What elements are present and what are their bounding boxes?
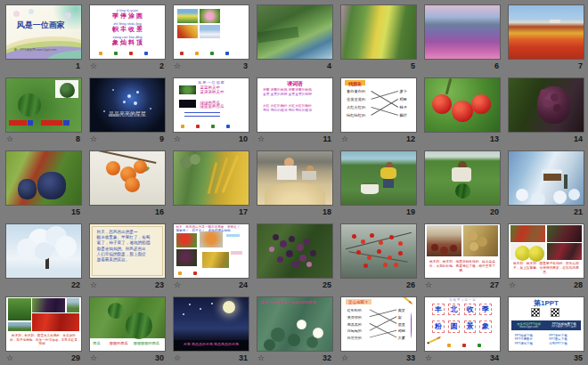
txt-part: 丰 收 季 节 写 一 写 <box>429 298 495 303</box>
slide-thumbnail-29-vegetable-rhyme[interactable]: 秋天到，秋天到，园里菜儿长得好。冬瓜披白纱，茄子穿紫袍。白菜一片绿油油，又青又红… <box>5 296 82 352</box>
slide-thumbnail-12-matching-words[interactable]: 找朋友青白青白的金黄金黄的火红火红的桔红桔红的萝卜稻田柿子枫叶 <box>340 77 417 133</box>
slide-thumbnail-1-title-slide[interactable]: 风是一位画家第一PPT模板网 www.1ppt.com <box>5 4 82 60</box>
highlight-word <box>231 251 242 255</box>
farmer-shirt <box>380 167 396 179</box>
animation-star-icon[interactable]: ☆ <box>341 354 348 362</box>
dot-part <box>553 191 567 204</box>
dot-part <box>134 101 137 105</box>
watermelon-shape <box>455 183 470 199</box>
dot-part <box>310 250 316 256</box>
slide-thumbnail-21-snow-cabin-photo[interactable] <box>508 150 584 206</box>
rhyme-text: 秋天到，秋天到，地里庄稼长得好。棉花朵朵白，大豆粒粒饱。高粱涨红了脸，稻子笑弯了… <box>428 260 498 273</box>
slide-thumbnail-4-lake-hills-photo[interactable] <box>257 4 333 60</box>
dot-part <box>288 334 300 346</box>
slide-thumbnail-7-tulip-field-photo[interactable] <box>508 4 584 60</box>
slide-thumbnail-9-starry-sky[interactable]: 晶晶亮亮的星星 <box>89 77 166 133</box>
animation-star-icon[interactable]: ☆ <box>90 62 97 70</box>
animation-star-icon[interactable]: ☆ <box>174 62 181 70</box>
slide-thumbnail-27-field-rhyme[interactable]: 秋天到，秋天到，地里庄稼长得好。棉花朵朵白，大豆粒粒饱。高粱涨红了脸，稻子笑弯了… <box>424 223 501 279</box>
decor-mark-icon <box>462 344 466 347</box>
slide-thumbnail-25-dark-berries-photo[interactable] <box>257 223 333 279</box>
slide-thumbnail-24-harvest-summary[interactable]: 秋天，西风画出的是一幅丰收景象：苹果红了，葡萄紫了，柿子黄了，遍地稻穗金灿灿。 <box>173 223 249 279</box>
slide-cell-8: ☆8 <box>5 77 82 145</box>
slide-thumbnail-6-lupine-flowers-photo[interactable] <box>424 4 501 60</box>
slide-cell-6: 6 <box>424 4 501 72</box>
farm-photo <box>67 298 79 312</box>
mountain-photo <box>200 25 220 39</box>
slide-thumbnail-13-apples-photo[interactable] <box>424 77 501 133</box>
slide-thumbnail-3-photo-collage[interactable] <box>173 4 249 60</box>
animation-star-icon[interactable]: ☆ <box>425 281 432 289</box>
animation-star-icon[interactable]: ☆ <box>425 354 432 362</box>
animation-star-icon[interactable]: ☆ <box>257 135 265 143</box>
animation-star-icon[interactable]: ☆ <box>257 354 265 362</box>
animation-star-icon[interactable]: ☆ <box>509 281 516 289</box>
character-box: 粉 <box>432 320 444 332</box>
match-line <box>372 99 398 115</box>
slide-cell-5: 5 <box>340 4 417 72</box>
slide-thumbnail-28-fruit-rhyme[interactable]: 秋天到，秋天到，园里果子长得好。枝头结柿子，架上挂葡萄。黄澄澄的是梨，红彤彤的是… <box>508 223 584 279</box>
slide-cell-29: 秋天到，秋天到，园里菜儿长得好。冬瓜披白纱，茄子穿紫袍。白菜一片绿油油，又青又红… <box>5 296 82 364</box>
slide-thumbnail-30-watermelon-sentence[interactable]: 西瓜圆圆的西瓜圆圆圆圆的西瓜 <box>89 296 166 352</box>
slide-cell-1: 风是一位画家第一PPT模板网 www.1ppt.com1 <box>5 4 82 72</box>
decor-mark-icon <box>196 125 200 128</box>
lotus-flower <box>297 320 306 329</box>
animation-star-icon[interactable]: ☆ <box>174 354 181 362</box>
animation-star-icon[interactable]: ☆ <box>174 135 181 143</box>
slide-thumbnail-5-rapeseed-fields-photo[interactable] <box>340 4 417 60</box>
slide-number: 9 <box>159 135 164 143</box>
dot-part <box>271 328 285 342</box>
animation-star-icon[interactable]: ☆ <box>6 135 13 143</box>
slide-thumbnail-20-melon-farmer-photo[interactable] <box>424 150 501 206</box>
slide-thumbnail-11-word-reading[interactable]: 读词语凉爽 凉爽的秋风 凉爽凉爽的秋风金黄 金黄的田野 金黄金黄的田野火红 火红… <box>257 77 333 133</box>
animation-star-icon[interactable]: ☆ <box>90 135 97 143</box>
slide-thumbnail-32-lotus-sentence[interactable]: 荷花 洁白的荷花 一朵朵洁白的荷花 <box>257 296 333 352</box>
cherries-photo <box>547 225 582 242</box>
match-line <box>370 310 396 324</box>
dot-part <box>394 263 398 267</box>
animation-star-icon[interactable]: ☆ <box>90 354 97 362</box>
slide-thumbnail-23-autumn-paragraph[interactable]: 秋天，西风画出的是一 幅丰收景象。苹果红了，葡萄 紫了，柿子黄了，遍地的稻穗 都… <box>89 223 166 279</box>
txt-part: 绿茵茵的西瓜 <box>200 104 246 110</box>
slide-thumbnail-18-grain-harvest-photo[interactable] <box>257 150 333 206</box>
slide-thumbnail-16-persimmons-photo[interactable] <box>89 150 166 206</box>
slide-thumbnail-10-sentence-practice[interactable]: 风 是 一 位 画 家蓝蓝的天空蓝湛湛的天空绿绿的西瓜绿茵茵的西瓜 <box>173 77 249 133</box>
slide-label-row: 14 <box>508 133 584 144</box>
slide-thumbnail-33-matching-exercise[interactable]: 怎么连呢？红彤彤的黄澄澄的亮晶晶的沉甸甸的白茫茫的高粱梨星星稻穗大雾 <box>340 296 417 352</box>
qr-code <box>551 308 559 317</box>
txt-part: 帜 丰 收 景 <box>96 25 159 33</box>
animation-star-icon[interactable]: ☆ <box>174 281 181 289</box>
persimmons-photo <box>200 231 224 248</box>
slide-cell-2: jì tíng tú yuán季 停 涂 圆zhì fēng shōu jǐng… <box>89 4 166 72</box>
slide-label-row: 16 <box>89 206 166 217</box>
main-title-text: 风是一位画家 <box>17 20 74 30</box>
slide-label-row: 7 <box>508 60 584 71</box>
slide-thumbnail-15-grape-vine-photo[interactable] <box>5 150 82 206</box>
slide-thumbnail-19-vegetable-farmer-photo[interactable] <box>340 150 417 206</box>
night-thumb <box>179 100 196 108</box>
animation-star-icon[interactable]: ☆ <box>341 135 348 143</box>
slide-label-row: 18 <box>257 206 333 217</box>
slide-thumbnail-31-moon-sentence[interactable]: 月亮 亮晶晶的月亮 亮晶亮晶的月亮 <box>173 296 249 352</box>
slide-thumbnail-14-grapes-photo[interactable] <box>508 77 584 133</box>
match-line <box>370 310 396 317</box>
slide-thumbnail-26-red-berries-photo[interactable] <box>340 223 417 279</box>
slide-label-row: ☆23 <box>89 279 166 290</box>
dot-part <box>136 91 139 93</box>
marks-part <box>447 344 500 352</box>
animation-star-icon[interactable]: ☆ <box>90 281 97 289</box>
slide-thumbnail-17-rice-paddy-photo[interactable] <box>173 150 249 206</box>
links-left: PPT模板下载 PPT背景图片 PPT课件下载 <box>515 334 545 346</box>
slide-number: 5 <box>411 62 415 70</box>
slide-thumbnail-34-character-writing[interactable]: 丰 收 季 节 写 一 写丰北收季粉圆景象 <box>424 296 501 352</box>
animation-star-icon[interactable]: ☆ <box>6 354 13 362</box>
slide-thumbnail-8-watermelon-field[interactable] <box>5 77 82 133</box>
slide-thumbnail-35-ppt-site-info[interactable]: 第1PPT更多精品PPT模板PPT模板免费下载www.1ppt.comPPT教程… <box>508 296 584 352</box>
slide-cell-21: 21 <box>508 150 584 218</box>
slide-thumbnail-22-snow-trees-photo[interactable] <box>5 223 82 279</box>
lotus-flower <box>313 328 323 338</box>
slide-thumbnail-2-vocab-pinyin[interactable]: jì tíng tú yuán季 停 涂 圆zhì fēng shōu jǐng… <box>89 4 166 60</box>
chili-photo <box>32 313 79 331</box>
slide-number: 13 <box>490 135 499 143</box>
slide-cell-32: 荷花 洁白的荷花 一朵朵洁白的荷花☆32 <box>257 296 333 364</box>
